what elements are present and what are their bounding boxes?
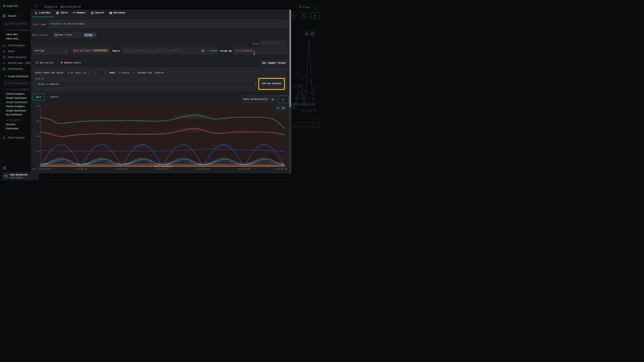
svg-text:0: 0 xyxy=(38,166,39,168)
svg-text:10:05:00 AM: 10:05:00 AM xyxy=(156,168,168,170)
svg-text:10:15:00 AM: 10:15:00 AM xyxy=(197,168,209,170)
svg-text:400: 400 xyxy=(36,135,39,137)
svg-text:600: 600 xyxy=(36,120,39,122)
svg-text:9:45:00 AM: 9:45:00 AM xyxy=(75,168,86,170)
svg-text:10:25:00 AM: 10:25:00 AM xyxy=(238,168,250,170)
svg-text:Alert Threshold: Alert Threshold xyxy=(154,166,172,168)
svg-text:800: 800 xyxy=(36,105,39,107)
svg-text:9:55:00 AM: 9:55:00 AM xyxy=(116,168,127,170)
svg-text:Nov 6 9:35:00 AM: Nov 6 9:35:00 AM xyxy=(32,168,51,170)
svg-text:10:35:00 AM: 10:35:00 AM xyxy=(274,168,286,170)
svg-text:10:35:00 AM: 10:35:00 AM xyxy=(302,110,316,112)
svg-text:200: 200 xyxy=(36,151,39,153)
